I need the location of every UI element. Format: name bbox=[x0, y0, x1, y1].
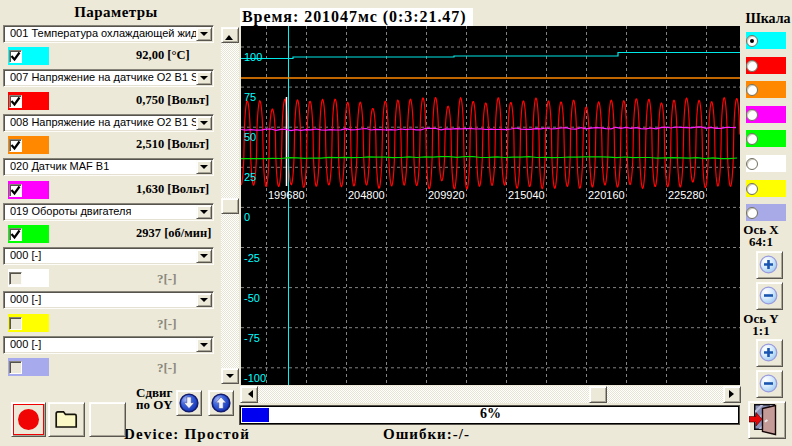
svg-text:-50: -50 bbox=[244, 292, 260, 304]
svg-text:-100: -100 bbox=[244, 372, 266, 384]
svg-text:215040: 215040 bbox=[508, 189, 545, 201]
svg-text:225280: 225280 bbox=[668, 189, 705, 201]
svg-text:-75: -75 bbox=[244, 332, 260, 344]
svg-text:204800: 204800 bbox=[348, 189, 385, 201]
svg-text:75: 75 bbox=[244, 91, 256, 103]
svg-text:100: 100 bbox=[244, 51, 262, 63]
svg-text:209920: 209920 bbox=[428, 189, 465, 201]
svg-text:0: 0 bbox=[244, 211, 250, 223]
svg-text:220160: 220160 bbox=[588, 189, 625, 201]
svg-text:25: 25 bbox=[244, 171, 256, 183]
svg-text:50: 50 bbox=[244, 131, 256, 143]
svg-text:199680: 199680 bbox=[268, 189, 305, 201]
svg-text:-25: -25 bbox=[244, 252, 260, 264]
